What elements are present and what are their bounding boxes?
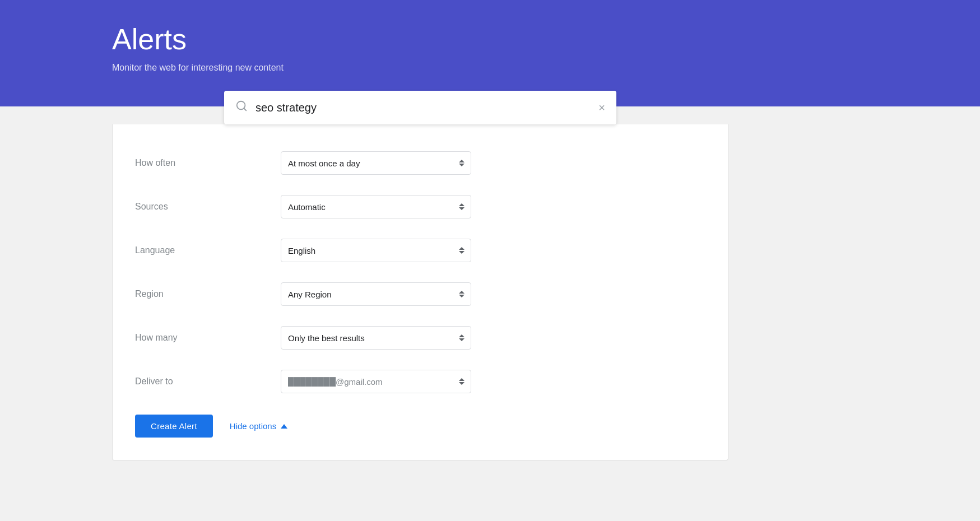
- search-bar: ×: [224, 91, 616, 124]
- language-label: Language: [135, 245, 281, 255]
- hide-options-button[interactable]: Hide options: [230, 421, 287, 431]
- how-often-select-wrapper: At most once a day As-it-happens At most…: [281, 151, 471, 175]
- region-label: Region: [135, 289, 281, 299]
- create-alert-button[interactable]: Create Alert: [135, 415, 213, 438]
- sources-row: Sources Automatic News Blogs Web Video B…: [135, 185, 705, 229]
- deliver-to-row: Deliver to ████████@gmail.com: [135, 360, 705, 403]
- how-many-label: How many: [135, 333, 281, 343]
- sources-select-wrapper: Automatic News Blogs Web Video Books Dis…: [281, 195, 471, 218]
- deliver-to-select[interactable]: ████████@gmail.com: [281, 370, 471, 393]
- page-subtitle: Monitor the web for interesting new cont…: [112, 63, 980, 73]
- language-select[interactable]: English Any Language French German Spani…: [281, 239, 471, 262]
- region-select-wrapper: Any Region United States United Kingdom …: [281, 282, 471, 306]
- main-content: × How often At most once a day As-it-hap…: [112, 91, 728, 460]
- how-often-row: How often At most once a day As-it-happe…: [135, 141, 705, 185]
- clear-icon[interactable]: ×: [598, 101, 605, 114]
- svg-line-1: [244, 108, 246, 110]
- sources-label: Sources: [135, 202, 281, 212]
- how-many-select[interactable]: Only the best results All results: [281, 326, 471, 350]
- how-often-label: How often: [135, 158, 281, 168]
- search-icon: [235, 100, 248, 115]
- search-input[interactable]: [256, 101, 598, 114]
- page-title: Alerts: [112, 22, 980, 56]
- how-many-row: How many Only the best results All resul…: [135, 316, 705, 360]
- how-often-select[interactable]: At most once a day As-it-happens At most…: [281, 151, 471, 175]
- region-row: Region Any Region United States United K…: [135, 272, 705, 316]
- language-select-wrapper: English Any Language French German Spani…: [281, 239, 471, 262]
- options-panel: How often At most once a day As-it-happe…: [112, 124, 728, 460]
- deliver-to-label: Deliver to: [135, 376, 281, 387]
- bottom-actions: Create Alert Hide options: [135, 403, 705, 438]
- how-many-select-wrapper: Only the best results All results: [281, 326, 471, 350]
- sources-select[interactable]: Automatic News Blogs Web Video Books Dis…: [281, 195, 471, 218]
- language-row: Language English Any Language French Ger…: [135, 229, 705, 272]
- hide-options-label: Hide options: [230, 421, 276, 431]
- region-select[interactable]: Any Region United States United Kingdom …: [281, 282, 471, 306]
- deliver-to-select-wrapper: ████████@gmail.com: [281, 370, 471, 393]
- triangle-up-icon: [281, 424, 287, 429]
